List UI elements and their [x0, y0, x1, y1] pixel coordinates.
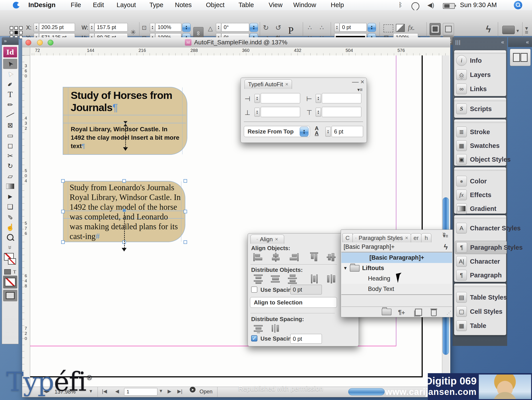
- rotate-cw-button[interactable]: ↻: [263, 24, 269, 32]
- quick-apply-icon[interactable]: ϟ: [486, 24, 491, 35]
- dock-item-info[interactable]: iInfo: [456, 54, 505, 67]
- dock-item-gradient[interactable]: Gradient: [456, 202, 505, 215]
- frame1-body-text[interactable]: Royal Library, Windsor Castle. In 1492 t…: [71, 125, 183, 150]
- stroke-weight-bluestepper[interactable]: ▲▼: [367, 23, 376, 32]
- volume-icon[interactable]: ◀): [427, 1, 434, 9]
- selection-handle[interactable]: [61, 210, 65, 213]
- window-title-bar[interactable]: Id AutoFit_SampleFile.indd @ 137%: [22, 37, 450, 48]
- hand-tool[interactable]: ☝: [3, 222, 17, 232]
- stroke-weight-field[interactable]: 0 pt: [340, 23, 367, 32]
- affects-text-button[interactable]: T: [13, 269, 16, 275]
- selection-handle[interactable]: [61, 240, 65, 244]
- eyedropper-tool[interactable]: ✎: [3, 212, 17, 222]
- close-window-button[interactable]: [25, 40, 31, 45]
- menu-table[interactable]: Table: [239, 1, 254, 9]
- tab-stub-2[interactable]: h: [421, 233, 431, 242]
- x-field[interactable]: 200.25 pt: [39, 23, 75, 32]
- w-field[interactable]: 157.5 pt: [95, 23, 128, 32]
- fx-icon[interactable]: fx.: [408, 24, 415, 32]
- line-tool[interactable]: ╲: [3, 110, 17, 120]
- autofit-field-1[interactable]: [261, 93, 300, 103]
- align-left-button[interactable]: [253, 252, 265, 262]
- rotate-ccw-button[interactable]: ↺: [275, 24, 281, 32]
- preflight-status-icon[interactable]: ➤: [190, 387, 196, 393]
- align-center-v-button[interactable]: [326, 252, 337, 262]
- align-right-button[interactable]: [287, 252, 298, 262]
- dock-item-table[interactable]: ▦Table: [456, 319, 505, 332]
- menu-notes[interactable]: Notes: [175, 1, 192, 9]
- delete-style-icon[interactable]: [431, 310, 437, 316]
- direct-selection-tool[interactable]: ➤: [3, 69, 17, 79]
- ruler-corner[interactable]: [22, 47, 30, 55]
- minimize-palette-icon[interactable]: —: [352, 78, 359, 86]
- dock-item-cell-styles[interactable]: ▢Cell Styles: [456, 305, 505, 318]
- scale-x-stepper[interactable]: ▲▼: [150, 23, 155, 32]
- position-tool[interactable]: ▶: [3, 191, 17, 202]
- tab-stub-1[interactable]: er: [411, 233, 421, 242]
- tab-stub-character-styles[interactable]: C: [342, 233, 353, 242]
- formatting-affects-buttons[interactable]: T: [3, 268, 17, 276]
- scale-x-bluestepper[interactable]: ▲▼: [182, 23, 191, 32]
- type-tool[interactable]: T: [3, 89, 17, 100]
- pen-tool[interactable]: ✒: [3, 79, 17, 89]
- leading-stepper[interactable]: ▲▼: [325, 127, 331, 137]
- gradient-tool[interactable]: [3, 181, 17, 191]
- apple-menu-icon[interactable]: [13, 2, 19, 8]
- new-style-group-icon[interactable]: [382, 309, 392, 317]
- pencil-tool[interactable]: ✏: [3, 100, 17, 110]
- menu-indesign[interactable]: InDesign: [28, 1, 55, 9]
- styles-panel-menu-icon[interactable]: ▾≡: [443, 235, 448, 238]
- scissors-tool[interactable]: ✂: [3, 151, 17, 161]
- dock-item-stroke[interactable]: ≣Stroke: [456, 126, 505, 138]
- rotation-bluestepper[interactable]: ▲▼: [250, 23, 258, 32]
- rotation-field[interactable]: 0°: [221, 23, 249, 32]
- rectangle-tool[interactable]: ▭: [3, 130, 17, 140]
- close-tab-icon[interactable]: ×: [275, 236, 278, 242]
- create-new-style-icon[interactable]: [415, 309, 422, 317]
- collapse-dock-icon[interactable]: «: [501, 39, 504, 45]
- menu-window[interactable]: Window: [293, 1, 316, 9]
- dock-item-links[interactable]: ∞Links: [456, 83, 505, 95]
- w-stepper[interactable]: ▲▼: [89, 23, 95, 32]
- dock-item-character-styles[interactable]: ACharacter Styles: [456, 222, 505, 235]
- dock-item-scripts[interactable]: SScripts: [456, 102, 505, 115]
- minimize-window-button[interactable]: [37, 40, 43, 45]
- spacing-field-1[interactable]: 0 pt: [290, 285, 322, 294]
- apply-none-button[interactable]: [3, 276, 17, 288]
- style-row-liftouts[interactable]: ▼ Liftouts: [341, 263, 452, 274]
- use-spacing-checkbox-2[interactable]: ✓: [251, 335, 257, 342]
- selection-handle[interactable]: [122, 179, 126, 183]
- style-lightning-icon[interactable]: ϟ: [444, 242, 448, 251]
- spotlight-icon[interactable]: [514, 1, 522, 9]
- dock-item-layers[interactable]: ◇Layers: [456, 68, 505, 81]
- autofit-field-2[interactable]: [322, 93, 361, 103]
- last-page-button[interactable]: ▶|: [177, 388, 183, 394]
- page-number-field[interactable]: 1: [124, 388, 157, 396]
- affects-container-button[interactable]: [4, 269, 11, 274]
- prev-page-button[interactable]: ◀: [115, 388, 119, 394]
- distribute-right-button[interactable]: [326, 274, 337, 284]
- select-container-icon[interactable]: P: [288, 25, 293, 36]
- menu-type[interactable]: Type: [149, 1, 163, 9]
- selection-handle[interactable]: [61, 179, 65, 183]
- toolbar-dock-header[interactable]: »: [2, 37, 19, 45]
- distribute-space-h-button[interactable]: [270, 323, 282, 333]
- clear-overrides-icon[interactable]: ¶✛: [398, 309, 405, 316]
- selection-tool[interactable]: ➤: [3, 59, 17, 69]
- menu-file[interactable]: File: [71, 1, 81, 9]
- align-center-h-button[interactable]: [270, 252, 282, 262]
- align-top-button[interactable]: [309, 252, 320, 262]
- hierarchy-icon-1[interactable]: ∴: [308, 24, 312, 31]
- dock-item-table-styles[interactable]: ▤Table Styles: [456, 291, 505, 304]
- distribute-top-button[interactable]: [253, 274, 265, 284]
- menu-help[interactable]: Help: [331, 1, 344, 9]
- fill-stroke-controls[interactable]: [3, 253, 17, 268]
- shear-tool[interactable]: ▱: [3, 171, 17, 181]
- selection-handle[interactable]: [184, 179, 187, 183]
- rotation-stepper[interactable]: ▲▼: [216, 23, 221, 32]
- scale-x-field[interactable]: 100%: [155, 23, 181, 32]
- distribute-space-v-button[interactable]: [253, 323, 265, 333]
- style-row-body-text[interactable]: Body Text: [341, 284, 452, 294]
- distribute-center-v-button[interactable]: [270, 274, 282, 284]
- dock-item-object-styles[interactable]: ▣Object Styles: [456, 153, 505, 166]
